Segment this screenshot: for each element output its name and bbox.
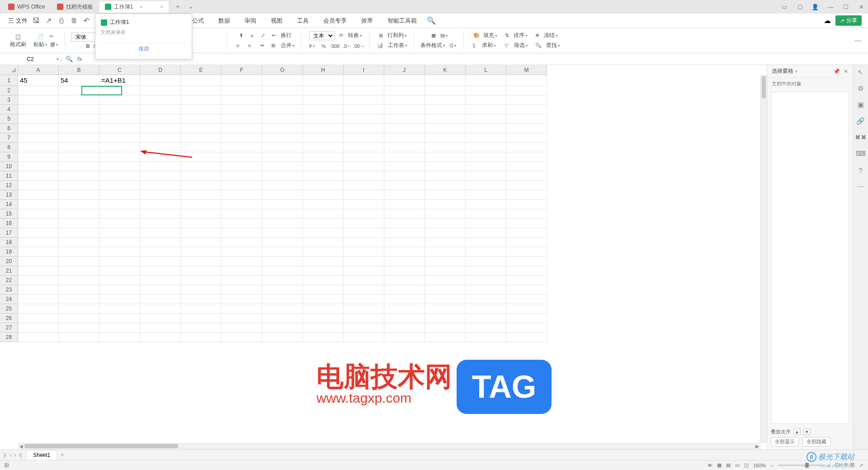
align-left-icon[interactable]: ≡ [234,42,242,50]
cell-E20[interactable] [181,257,222,266]
row-header-9[interactable]: 9 [0,152,18,162]
cell-D1[interactable] [140,75,181,86]
next-sheet-icon[interactable]: › [14,452,16,458]
cell-F10[interactable] [222,162,262,171]
cell-M11[interactable] [506,171,547,181]
cell-J12[interactable] [384,181,425,190]
currency-icon[interactable]: ¥ [308,42,316,50]
cell-K3[interactable] [425,95,466,105]
cell-H2[interactable] [303,86,344,95]
zoom-level[interactable]: 160% [753,463,766,468]
orientation-icon[interactable]: ⤢ [259,32,267,40]
cell-F24[interactable] [222,295,262,304]
device-strip-icon[interactable]: ⌨ [856,149,865,158]
cell-A16[interactable] [18,219,59,228]
cell-F12[interactable] [222,181,262,190]
cell-K28[interactable] [425,333,466,342]
cell-J22[interactable] [384,276,425,285]
cell-D12[interactable] [140,181,181,190]
cell-I23[interactable] [344,285,384,295]
cell-D27[interactable] [140,323,181,333]
worksheet-label[interactable]: 工作表 [388,42,407,49]
cell-D26[interactable] [140,314,181,323]
cell-D10[interactable] [140,162,181,171]
row-header-22[interactable]: 22 [0,276,18,285]
cell-C2[interactable] [99,86,140,95]
cell-D13[interactable] [140,190,181,200]
row-header-2[interactable]: 2 [0,86,18,95]
cell-H18[interactable] [303,238,344,247]
cell-L4[interactable] [466,105,506,114]
cell-I22[interactable] [344,276,384,285]
cell-E18[interactable] [181,238,222,247]
cell-K2[interactable] [425,86,466,95]
horizontal-scroll-thumb[interactable] [24,444,178,448]
cell-E3[interactable] [181,95,222,105]
cell-J2[interactable] [384,86,425,95]
cell-I7[interactable] [344,133,384,143]
row-header-27[interactable]: 27 [0,323,18,333]
close-panel-icon[interactable]: ✕ [844,68,848,75]
cell-M21[interactable] [506,266,547,276]
cell-G19[interactable] [262,247,303,257]
cell-M22[interactable] [506,276,547,285]
cell-J19[interactable] [384,247,425,257]
cell-C11[interactable] [99,171,140,181]
cell-C6[interactable] [99,124,140,133]
cell-H10[interactable] [303,162,344,171]
cell-A20[interactable] [18,257,59,266]
cell-I8[interactable] [344,143,384,152]
cell-J6[interactable] [384,124,425,133]
minimize-button[interactable]: — [826,3,835,11]
cell-B3[interactable] [59,95,99,105]
cell-H19[interactable] [303,247,344,257]
convert-icon[interactable]: ⟳ [337,32,345,40]
worksheet-icon[interactable]: 📊 [376,42,384,50]
sum-icon[interactable]: Σ [470,42,478,50]
cell-A11[interactable] [18,171,59,181]
row-header-18[interactable]: 18 [0,238,18,247]
user-avatar-icon[interactable]: 👤 [811,3,819,11]
cell-L9[interactable] [466,152,506,162]
cell-M2[interactable] [506,86,547,95]
cell-M12[interactable] [506,181,547,190]
cell-L10[interactable] [466,162,506,171]
cell-C4[interactable] [99,105,140,114]
cell-B24[interactable] [59,295,99,304]
cell-M28[interactable] [506,333,547,342]
cell-G27[interactable] [262,323,303,333]
row-header-11[interactable]: 11 [0,171,18,181]
cell-J17[interactable] [384,228,425,238]
column-header-L[interactable]: L [466,65,506,75]
app-tab-workbook[interactable]: 工作簿1 • × [99,1,169,13]
sidepanel-dropdown-icon[interactable]: ▾ [795,69,797,74]
search-icon[interactable]: 🔍 [427,16,436,25]
cell-F13[interactable] [222,190,262,200]
cell-G4[interactable] [262,105,303,114]
cell-E21[interactable] [181,266,222,276]
cell-D8[interactable] [140,143,181,152]
indent-icon[interactable]: ⇥ [257,42,265,50]
row-header-10[interactable]: 10 [0,162,18,171]
cell-A13[interactable] [18,190,59,200]
sort-icon[interactable]: ⇅ [503,32,511,40]
close-window-button[interactable]: ✕ [857,3,865,11]
cell-G18[interactable] [262,238,303,247]
cell-M6[interactable] [506,124,547,133]
cell-J3[interactable] [384,95,425,105]
cell-F18[interactable] [222,238,262,247]
cell-I11[interactable] [344,171,384,181]
row-header-3[interactable]: 3 [0,95,18,105]
row-header-28[interactable]: 28 [0,333,18,342]
cell-C27[interactable] [99,323,140,333]
name-box[interactable]: C2 ▾ [0,56,61,62]
cell-A10[interactable] [18,162,59,171]
tab-menu-dropdown[interactable] [186,3,195,11]
cell-K26[interactable] [425,314,466,323]
cell-L25[interactable] [466,304,506,314]
cell-L6[interactable] [466,124,506,133]
sort-label[interactable]: 排序 [514,32,528,39]
cell-C8[interactable] [99,143,140,152]
cell-A23[interactable] [18,285,59,295]
cell-I25[interactable] [344,304,384,314]
